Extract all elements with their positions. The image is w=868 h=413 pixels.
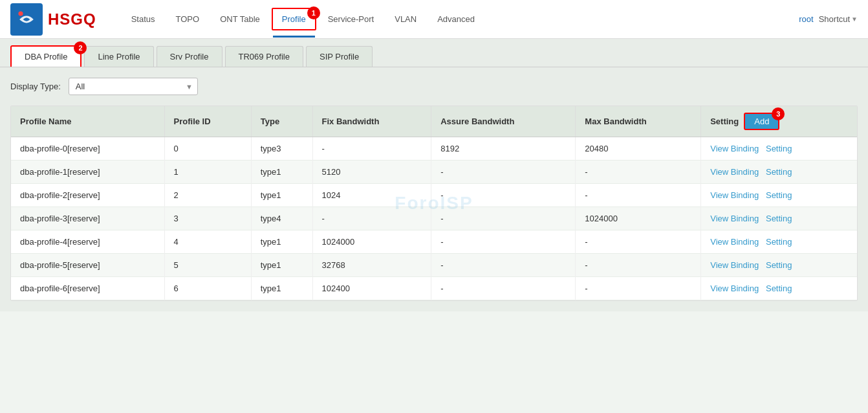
cell-fix-bw: 1024000 xyxy=(312,230,431,254)
add-badge: 3 xyxy=(772,107,785,120)
cell-profile-name: dba-profile-3[reserve] xyxy=(11,207,164,230)
view-binding-link[interactable]: View Binding xyxy=(710,167,759,177)
logo-text: HSGQ xyxy=(48,10,96,28)
setting-link[interactable]: Setting xyxy=(766,144,792,153)
nav-item-ont-table[interactable]: ONT Table xyxy=(211,9,269,29)
shortcut-arrow-icon: ▼ xyxy=(851,16,858,23)
cell-profile-id: 5 xyxy=(164,254,251,277)
cell-assure-bw: - xyxy=(431,230,576,254)
setting-link[interactable]: Setting xyxy=(766,260,792,270)
col-header-setting: Setting Add 3 xyxy=(701,106,857,137)
setting-link[interactable]: Setting xyxy=(766,190,792,200)
cell-type: type1 xyxy=(251,184,312,207)
cell-actions: View Binding Setting xyxy=(701,254,857,277)
cell-fix-bw: 32768 xyxy=(312,254,431,277)
table-header: Profile Name Profile ID Type Fix Bandwid… xyxy=(11,106,857,137)
display-type-select[interactable]: All type1 type3 type4 xyxy=(69,78,198,95)
cell-assure-bw: - xyxy=(431,161,576,184)
col-header-assure-bandwidth: Assure Bandwidth xyxy=(431,106,576,137)
cell-max-bw: 20480 xyxy=(576,137,701,161)
cell-profile-name: dba-profile-1[reserve] xyxy=(11,161,164,184)
tab-srv-profile[interactable]: Srv Profile xyxy=(157,46,222,67)
view-binding-link[interactable]: View Binding xyxy=(710,214,759,223)
table-row: dba-profile-5[reserve] 5 type1 32768 - -… xyxy=(11,254,857,277)
table-wrapper: ForoISP Profile Name Profile ID Type Fix… xyxy=(11,106,857,300)
table-row: dba-profile-4[reserve] 4 type1 1024000 -… xyxy=(11,230,857,254)
cell-profile-id: 1 xyxy=(164,161,251,184)
setting-link[interactable]: Setting xyxy=(766,214,792,223)
cell-actions: View Binding Setting xyxy=(701,137,857,161)
profile-badge: 1 xyxy=(307,6,320,19)
cell-fix-bw: 102400 xyxy=(312,277,431,300)
logo-icon xyxy=(10,3,43,36)
cell-fix-bw: 1024 xyxy=(312,184,431,207)
nav-item-profile[interactable]: Profile 1 xyxy=(272,8,316,30)
setting-link[interactable]: Setting xyxy=(766,284,792,293)
cell-fix-bw: - xyxy=(312,207,431,230)
setting-link[interactable]: Setting xyxy=(766,167,792,177)
table-row: dba-profile-0[reserve] 0 type3 - 8192 20… xyxy=(11,137,857,161)
tab-sip-profile[interactable]: SIP Profile xyxy=(306,46,373,67)
view-binding-link[interactable]: View Binding xyxy=(710,190,759,200)
cell-fix-bw: - xyxy=(312,137,431,161)
cell-max-bw: 1024000 xyxy=(576,207,701,230)
logo-area: HSGQ xyxy=(10,3,96,36)
cell-profile-id: 4 xyxy=(164,230,251,254)
col-header-fix-bandwidth: Fix Bandwidth xyxy=(312,106,431,137)
col-header-type: Type xyxy=(251,106,312,137)
cell-profile-id: 0 xyxy=(164,137,251,161)
add-button[interactable]: Add 3 xyxy=(744,113,779,130)
view-binding-link[interactable]: View Binding xyxy=(710,284,759,293)
col-header-profile-name: Profile Name xyxy=(11,106,164,137)
view-binding-link[interactable]: View Binding xyxy=(710,144,759,153)
table-row: dba-profile-1[reserve] 1 type1 5120 - - … xyxy=(11,161,857,184)
cell-max-bw: - xyxy=(576,277,701,300)
display-type-select-wrapper: All type1 type3 type4 ▼ xyxy=(69,78,198,95)
nav-shortcut[interactable]: Shortcut ▼ xyxy=(819,14,858,24)
nav-item-advanced[interactable]: Advanced xyxy=(428,9,484,29)
cell-max-bw: - xyxy=(576,161,701,184)
display-type-label: Display Type: xyxy=(10,82,61,91)
cell-type: type1 xyxy=(251,254,312,277)
cell-profile-name: dba-profile-5[reserve] xyxy=(11,254,164,277)
cell-assure-bw: - xyxy=(431,207,576,230)
header: HSGQ Status TOPO ONT Table Profile 1 Ser… xyxy=(0,0,868,39)
cell-assure-bw: - xyxy=(431,277,576,300)
table-container: ForoISP Profile Name Profile ID Type Fix… xyxy=(10,106,858,301)
cell-profile-id: 2 xyxy=(164,184,251,207)
nav-item-vlan[interactable]: VLAN xyxy=(385,9,426,29)
tab-line-profile[interactable]: Line Profile xyxy=(84,46,153,67)
cell-profile-id: 3 xyxy=(164,207,251,230)
content: Display Type: All type1 type3 type4 ▼ Fo… xyxy=(0,67,868,311)
nav-item-topo[interactable]: TOPO xyxy=(167,9,209,29)
tab-tr069-profile[interactable]: TR069 Profile xyxy=(225,46,303,67)
cell-actions: View Binding Setting xyxy=(701,207,857,230)
cell-max-bw: - xyxy=(576,184,701,207)
cell-max-bw: - xyxy=(576,230,701,254)
cell-actions: View Binding Setting xyxy=(701,277,857,300)
cell-type: type3 xyxy=(251,137,312,161)
filter-row: Display Type: All type1 type3 type4 ▼ xyxy=(10,78,858,95)
view-binding-link[interactable]: View Binding xyxy=(710,260,759,270)
nav-item-status[interactable]: Status xyxy=(122,9,164,29)
table-row: dba-profile-3[reserve] 3 type4 - - 10240… xyxy=(11,207,857,230)
nav-item-service-port[interactable]: Service-Port xyxy=(319,9,384,29)
table-row: dba-profile-6[reserve] 6 type1 102400 - … xyxy=(11,277,857,300)
cell-type: type1 xyxy=(251,230,312,254)
svg-point-0 xyxy=(18,11,23,16)
cell-profile-name: dba-profile-4[reserve] xyxy=(11,230,164,254)
cell-assure-bw: - xyxy=(431,254,576,277)
cell-fix-bw: 5120 xyxy=(312,161,431,184)
cell-type: type1 xyxy=(251,277,312,300)
nav-right: root Shortcut ▼ xyxy=(799,14,858,24)
table-row: dba-profile-2[reserve] 2 type1 1024 - - … xyxy=(11,184,857,207)
cell-max-bw: - xyxy=(576,254,701,277)
setting-link[interactable]: Setting xyxy=(766,237,792,247)
cell-profile-name: dba-profile-2[reserve] xyxy=(11,184,164,207)
view-binding-link[interactable]: View Binding xyxy=(710,237,759,247)
cell-profile-name: dba-profile-6[reserve] xyxy=(11,277,164,300)
cell-profile-id: 6 xyxy=(164,277,251,300)
cell-assure-bw: - xyxy=(431,184,576,207)
nav-user: root xyxy=(799,14,813,24)
tab-dba-profile[interactable]: DBA Profile 2 xyxy=(10,45,81,67)
